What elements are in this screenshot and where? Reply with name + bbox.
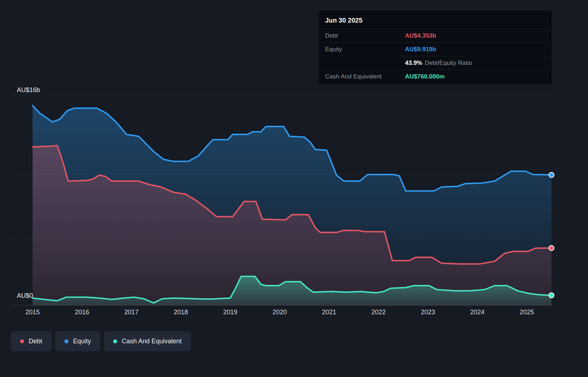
y-axis-zero-label: AU$0	[17, 292, 33, 299]
tooltip-debt-label: Debt	[325, 32, 405, 39]
debt-equity-history-chart-page: AU$16bAU$0201520162017201820192020202120…	[0, 0, 588, 377]
x-tick-label: 2017	[124, 309, 139, 316]
cash-legend-dot-icon	[113, 339, 117, 343]
chart-legend: Debt Equity Cash And Equivalent	[11, 331, 191, 351]
legend-cash-label: Cash And Equivalent	[122, 338, 182, 345]
tooltip-debt-value: AU$4.353b	[405, 32, 436, 39]
tooltip-equity-label: Equity	[325, 46, 405, 53]
x-tick-label: 2019	[223, 309, 237, 316]
tooltip-equity-value: AU$9.919b	[405, 46, 436, 53]
x-tick-label: 2023	[421, 309, 435, 316]
debt-end-marker[interactable]	[549, 245, 554, 250]
x-tick-label: 2015	[25, 309, 40, 316]
tooltip: Jun 30 2025 Debt AU$4.353b Equity AU$9.9…	[319, 11, 551, 84]
y-axis-max-label: AU$16b	[17, 86, 40, 94]
x-tick-label: 2018	[174, 309, 188, 316]
legend-debt-label: Debt	[29, 338, 42, 345]
tooltip-ratio-percent: 43.9%	[405, 59, 422, 66]
tooltip-ratio-value: 43.9%Debt/Equity Ratio	[405, 59, 472, 67]
tooltip-row-cash: Cash And Equivalent AU$760.000m	[319, 70, 551, 83]
x-tick-label: 2016	[75, 309, 89, 316]
debt-legend-dot-icon	[20, 339, 24, 343]
legend-item-cash[interactable]: Cash And Equivalent	[104, 331, 191, 351]
tooltip-cash-value: AU$760.000m	[405, 73, 445, 80]
x-tick-label: 2022	[371, 309, 386, 316]
tooltip-row-equity: Equity AU$9.919b	[319, 42, 551, 56]
tooltip-row-debt: Debt AU$4.353b	[319, 29, 551, 42]
x-tick-label: 2020	[273, 309, 287, 316]
legend-item-debt[interactable]: Debt	[11, 331, 52, 351]
tooltip-row-ratio: 43.9%Debt/Equity Ratio	[319, 56, 551, 70]
x-tick-label: 2024	[470, 309, 485, 316]
tooltip-ratio-caption: Debt/Equity Ratio	[425, 59, 472, 66]
equity-legend-dot-icon	[64, 339, 68, 343]
legend-item-equity[interactable]: Equity	[55, 331, 100, 351]
x-tick-label: 2025	[520, 309, 534, 316]
tooltip-date: Jun 30 2025	[319, 13, 551, 29]
equity-end-marker[interactable]	[549, 172, 554, 177]
legend-equity-label: Equity	[73, 338, 91, 345]
x-tick-label: 2021	[322, 309, 336, 316]
cash-and-equivalent-end-marker[interactable]	[549, 293, 554, 298]
tooltip-cash-label: Cash And Equivalent	[325, 73, 405, 80]
